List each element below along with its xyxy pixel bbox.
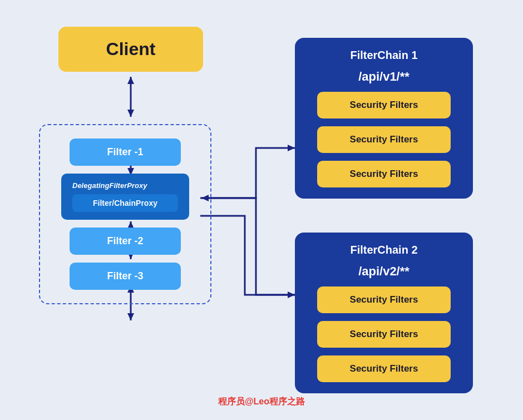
watermark: 程序员@Leo程序之路 xyxy=(218,396,305,408)
svg-marker-2 xyxy=(127,110,134,117)
client-label: Client xyxy=(106,39,156,59)
filter-1-box: Filter -1 xyxy=(70,139,181,166)
filter-chain-proxy-box: Filter/ChainProxy xyxy=(72,194,178,212)
filter-3-box: Filter -3 xyxy=(70,263,181,290)
filter-2-box: Filter -2 xyxy=(70,228,181,255)
security-filter-2-1: Security Filters xyxy=(317,286,451,313)
svg-marker-12 xyxy=(288,145,295,151)
diagram-container: Client Filter -1 DelegatingFilterProxy F… xyxy=(6,6,517,414)
security-filter-1-2: Security Filters xyxy=(317,126,451,153)
security-filter-1-1: Security Filters xyxy=(317,92,451,118)
svg-marker-1 xyxy=(127,77,134,84)
filterchain-2-block: FilterChain 2 /api/v2/** Security Filter… xyxy=(295,233,473,393)
delegating-filter-proxy-box: DelegatingFilterProxy Filter/ChainProxy xyxy=(61,174,189,220)
filterchain-2-path: /api/v2/** xyxy=(358,264,409,279)
filterchain-1-path: /api/v1/** xyxy=(358,70,409,84)
security-filter-1-3: Security Filters xyxy=(317,161,451,187)
dashed-filter-container: Filter -1 DelegatingFilterProxy Filter/C… xyxy=(39,118,211,304)
security-filter-2-3: Security Filters xyxy=(317,355,451,382)
filterchain-1-block: FilterChain 1 /api/v1/** Security Filter… xyxy=(295,38,473,199)
security-filter-2-2: Security Filters xyxy=(317,321,451,348)
svg-marker-14 xyxy=(288,291,295,298)
filterchain-2-title: FilterChain 2 xyxy=(350,244,417,256)
client-box: Client xyxy=(58,27,203,72)
svg-marker-11 xyxy=(127,313,134,320)
filterchain-1-title: FilterChain 1 xyxy=(350,49,417,62)
delegating-label: DelegatingFilterProxy xyxy=(72,181,147,190)
